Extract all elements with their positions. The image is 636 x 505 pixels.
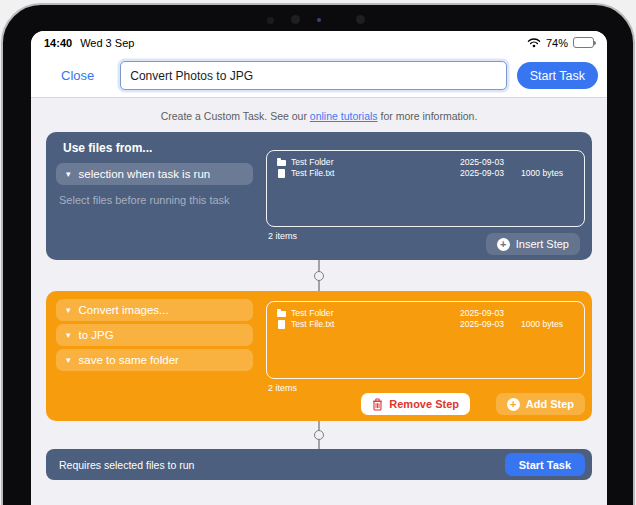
remove-step-label: Remove Step	[389, 398, 459, 410]
sensor-dot	[356, 15, 365, 24]
battery-icon	[573, 37, 594, 48]
run-requirement-note: Requires selected files to run	[59, 459, 505, 471]
chevron-down-icon: ▾	[66, 306, 71, 315]
format-dropdown[interactable]: ▾ to JPG	[56, 324, 253, 346]
file-list: Test Folder 2025-09-03 Test File.txt 202…	[266, 150, 585, 227]
dropdown-label: Convert images...	[79, 304, 169, 316]
connector-node	[314, 271, 324, 281]
chevron-down-icon: ▾	[66, 331, 71, 340]
file-date: 2025-09-03	[460, 157, 516, 167]
online-tutorials-link[interactable]: online tutorials	[310, 110, 378, 122]
chevron-down-icon: ▾	[66, 170, 71, 179]
file-name: Test Folder	[291, 157, 455, 167]
file-name: Test Folder	[291, 308, 455, 318]
file-row: Test Folder 2025-09-03	[276, 156, 576, 168]
file-list: Test Folder 2025-09-03 Test File.txt 202…	[266, 301, 585, 379]
action-dropdown[interactable]: ▾ Convert images...	[56, 299, 253, 321]
battery-percent: 74%	[546, 37, 568, 49]
wifi-icon	[527, 37, 541, 48]
destination-dropdown[interactable]: ▾ save to same folder	[56, 349, 253, 371]
ipad-device-frame: 14:40 Wed 3 Sep 74% Cl	[1, 3, 635, 505]
file-date: 2025-09-03	[460, 319, 516, 329]
nav-bar: Close Start Task	[31, 54, 607, 98]
dropdown-label: to JPG	[79, 329, 114, 341]
status-bar: 14:40 Wed 3 Sep 74%	[31, 31, 607, 54]
chevron-down-icon: ▾	[66, 356, 71, 365]
footer-start-task-button[interactable]: Start Task	[505, 453, 585, 476]
file-name: Test File.txt	[291, 168, 455, 178]
start-task-button[interactable]: Start Task	[517, 62, 598, 89]
run-footer-bar: Requires selected files to run Start Tas…	[46, 449, 592, 480]
content-area: Create a Custom Task. See our online tut…	[31, 99, 607, 505]
document-icon	[276, 320, 286, 329]
step-connector	[31, 260, 607, 291]
remove-step-button[interactable]: Remove Step	[361, 393, 470, 415]
status-time-date: 14:40 Wed 3 Sep	[44, 37, 134, 49]
helper-text: Select files before running this task	[59, 194, 230, 206]
file-row: Test File.txt 2025-09-03 1000 bytes	[276, 168, 576, 180]
folder-icon	[276, 158, 286, 167]
clock-time: 14:40	[44, 37, 72, 49]
insert-step-label: Insert Step	[516, 238, 569, 250]
items-count: 2 items	[268, 231, 297, 241]
file-date: 2025-09-03	[460, 168, 516, 178]
sensor-dot	[267, 17, 274, 24]
add-step-label: Add Step	[526, 398, 574, 410]
plus-icon: +	[507, 398, 520, 411]
folder-icon	[276, 309, 286, 318]
connector-node	[314, 430, 324, 440]
items-count: 2 items	[268, 383, 297, 393]
convert-step-card: ▾ Convert images... ▾ to JPG ▾ save to s…	[46, 291, 592, 421]
step-connector	[31, 421, 607, 449]
plus-icon: +	[497, 238, 510, 251]
file-name: Test File.txt	[291, 319, 455, 329]
task-name-input[interactable]	[120, 61, 506, 90]
screen: 14:40 Wed 3 Sep 74% Cl	[31, 31, 607, 505]
dropdown-label: save to same folder	[79, 354, 179, 366]
clock-date: Wed 3 Sep	[80, 37, 134, 49]
status-indicators: 74%	[527, 37, 594, 49]
close-button[interactable]: Close	[61, 68, 94, 83]
document-icon	[276, 169, 286, 178]
intro-post: for more information.	[378, 110, 478, 122]
camera-lens-dot	[317, 18, 321, 22]
battery-nub	[594, 41, 596, 45]
file-row: Test Folder 2025-09-03	[276, 307, 576, 319]
trash-icon	[372, 398, 383, 411]
file-row: Test File.txt 2025-09-03 1000 bytes	[276, 319, 576, 331]
file-size: 1000 bytes	[521, 168, 576, 178]
add-step-button[interactable]: + Add Step	[496, 393, 585, 415]
use-files-card: Use files from... ▾ selection when task …	[46, 132, 592, 260]
insert-step-button[interactable]: + Insert Step	[486, 233, 580, 255]
front-camera	[291, 15, 300, 24]
file-size: 1000 bytes	[521, 319, 576, 329]
file-date: 2025-09-03	[460, 308, 516, 318]
file-source-dropdown[interactable]: ▾ selection when task is run	[56, 163, 253, 185]
intro-text: Create a Custom Task. See our online tut…	[31, 99, 607, 122]
dropdown-label: selection when task is run	[79, 168, 211, 180]
card-title: Use files from...	[63, 141, 152, 155]
intro-pre: Create a Custom Task. See our	[161, 110, 310, 122]
